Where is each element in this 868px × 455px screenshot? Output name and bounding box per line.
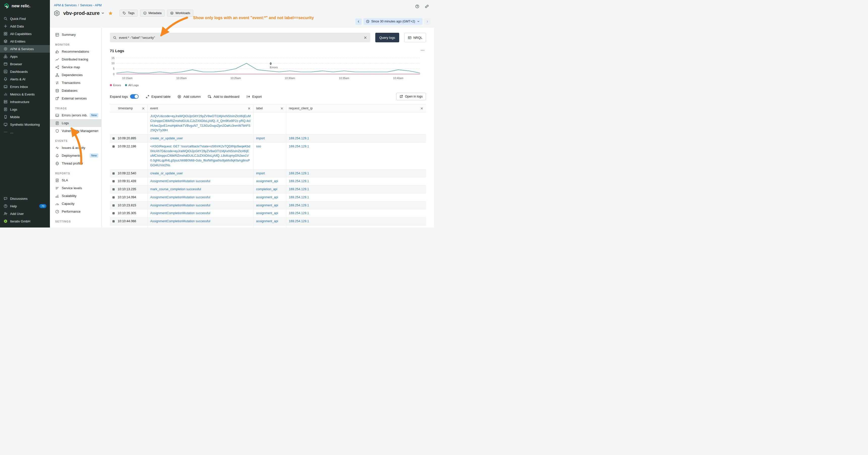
- label-link[interactable]: completion_api: [256, 187, 277, 192]
- log-row[interactable]: JUQVU&code=eyJraWQiOiJjcGltY29yZV8wOTl1M…: [110, 112, 426, 134]
- ip-link[interactable]: 169.254.129.1: [289, 179, 309, 184]
- copy-link-button[interactable]: [424, 3, 430, 9]
- log-row[interactable]: 10:10:23.815AssignmentCompletionMutation…: [110, 201, 426, 209]
- sidebar-item-discussions[interactable]: Discussions: [0, 195, 50, 202]
- sidebar-item-errors-errors-inb[interactable]: Errors (errors inb...New: [50, 111, 101, 119]
- export-button[interactable]: Export: [247, 95, 262, 98]
- breadcrumb-apm-services[interactable]: APM & Services: [54, 3, 76, 7]
- remove-column-icon[interactable]: [248, 107, 251, 110]
- event-link[interactable]: AssignmentCompletionMutation successful: [150, 195, 210, 200]
- event-link[interactable]: AssignmentCompletionMutation successful: [150, 219, 210, 224]
- sidebar-item-all-capabilities[interactable]: All Capabilities: [0, 30, 50, 37]
- row-expand-handle[interactable]: [113, 212, 115, 215]
- breadcrumb-services-apm[interactable]: Services - APM: [80, 3, 101, 7]
- sidebar-item-more[interactable]: …: [0, 128, 50, 136]
- more-options-button[interactable]: [421, 48, 426, 54]
- legend-errors[interactable]: Errors: [110, 84, 121, 87]
- event-link[interactable]: AssignmentCompletionMutation successful: [150, 211, 210, 216]
- label-link[interactable]: sso: [256, 144, 261, 149]
- event-link[interactable]: JUQVU&code=eyJraWQiOiJjcGltY29yZV8wOTl1M…: [150, 114, 251, 133]
- sidebar-item-all-entities[interactable]: All Entities: [0, 37, 50, 45]
- label-link[interactable]: completion_api: [256, 227, 277, 228]
- remove-column-icon[interactable]: [280, 107, 283, 110]
- row-expand-handle[interactable]: [113, 172, 115, 174]
- time-forward-button[interactable]: [424, 19, 431, 25]
- tags-button[interactable]: Tags: [120, 9, 137, 17]
- sidebar-item-logs[interactable]: Logs: [50, 119, 101, 127]
- row-expand-handle[interactable]: [113, 220, 115, 223]
- ip-link[interactable]: 169.254.129.1: [289, 195, 309, 200]
- log-row[interactable]: 10:09:31.439AssignmentCompletionMutation…: [110, 177, 426, 186]
- sidebar-item-issues-activity[interactable]: Issues & activity: [50, 144, 101, 152]
- label-link[interactable]: import: [256, 171, 265, 176]
- expand-table-button[interactable]: Expand table: [146, 95, 170, 98]
- nrql-button[interactable]: NRQL: [404, 33, 426, 42]
- sidebar-item-synthetic-monitoring[interactable]: Synthetic Monitoring: [0, 121, 50, 128]
- expand-logs-toggle[interactable]: [130, 94, 138, 99]
- sidebar-item-browser[interactable]: Browser: [0, 60, 50, 68]
- row-expand-handle[interactable]: [113, 137, 115, 139]
- sidebar-item-apps[interactable]: Apps: [0, 53, 50, 60]
- log-row[interactable]: 10:09:20.895create_or_update_userimport1…: [110, 134, 426, 142]
- sidebar-item-service-levels[interactable]: Service levels: [50, 184, 101, 192]
- sidebar-item-sla[interactable]: SLA: [50, 176, 101, 184]
- time-back-button[interactable]: [355, 19, 362, 25]
- event-link[interactable]: create_or_update_user: [150, 136, 183, 141]
- sidebar-item-help[interactable]: Help70: [0, 202, 50, 210]
- column-header-event[interactable]: event: [148, 104, 253, 112]
- sidebar-item-infrastructure[interactable]: Infrastructure: [0, 98, 50, 105]
- sidebar-item-distributed-tracing[interactable]: Distributed tracing: [50, 56, 101, 63]
- sidebar-item-service-map[interactable]: Service map: [50, 63, 101, 71]
- favorite-star-icon[interactable]: [108, 11, 113, 15]
- sidebar-item-logs[interactable]: Logs: [0, 105, 50, 113]
- column-header-label[interactable]: label: [253, 104, 286, 112]
- sidebar-item-transactions[interactable]: Transactions: [50, 79, 101, 87]
- entity-switcher-chevron-icon[interactable]: [101, 11, 104, 15]
- ip-link[interactable]: 169.254.129.1: [289, 171, 309, 176]
- sidebar-item-quick-find[interactable]: Quick Find: [0, 15, 50, 23]
- legend-all-logs[interactable]: All Logs: [125, 84, 138, 87]
- workloads-button[interactable]: Workloads: [167, 9, 193, 17]
- add-column-button[interactable]: Add column: [178, 95, 200, 98]
- clear-search-icon[interactable]: [364, 36, 367, 39]
- event-link[interactable]: AssignmentCompletionMutation successful: [150, 179, 210, 184]
- sidebar-item-summary[interactable]: Summary: [50, 31, 101, 38]
- sidebar-item-recommendations[interactable]: Recommendations: [50, 47, 101, 56]
- label-link[interactable]: assignment_api: [256, 179, 278, 184]
- sidebar-item-external-services[interactable]: External services: [50, 95, 101, 102]
- sidebar-item-add-data[interactable]: Add Data: [0, 23, 50, 30]
- label-link[interactable]: assignment_api: [256, 195, 278, 200]
- log-row[interactable]: 10:10:49.051mark_course_completion succe…: [110, 226, 426, 228]
- column-header-request-client-ip[interactable]: request_client_ip: [286, 104, 426, 112]
- sidebar-item-performance[interactable]: Performance: [50, 207, 101, 216]
- label-link[interactable]: assignment_api: [256, 203, 278, 208]
- sidebar-item-thread-profiler[interactable]: Thread profiler: [50, 160, 101, 167]
- sidebar-item-capacity[interactable]: Capacity: [50, 200, 101, 207]
- time-range-button[interactable]: Since 30 minutes ago (GMT+2): [364, 18, 423, 25]
- help-button[interactable]: [414, 3, 421, 9]
- row-expand-handle[interactable]: [113, 204, 115, 206]
- search-input[interactable]: [119, 36, 361, 39]
- sidebar-item-iterativ-gmbh[interactable]: Iterativ GmbH: [0, 218, 50, 225]
- newrelic-logo[interactable]: new relic.: [0, 0, 50, 12]
- sidebar-item-add-user[interactable]: Add User: [0, 210, 50, 218]
- sidebar-item-mobile[interactable]: Mobile: [0, 113, 50, 121]
- sidebar-item-dependencies[interactable]: Dependencies: [50, 71, 101, 79]
- event-link[interactable]: create_or_update_user: [150, 171, 183, 176]
- sidebar-item-metrics-events[interactable]: Metrics & Events: [0, 91, 50, 98]
- log-row[interactable]: 10:09:22.540create_or_update_userimport1…: [110, 169, 426, 177]
- ip-link[interactable]: 169.254.129.1: [289, 203, 309, 208]
- row-expand-handle[interactable]: [113, 196, 115, 198]
- sidebar-item-scalability[interactable]: Scalability: [50, 192, 101, 200]
- event-link[interactable]: mark_course_completion successful: [150, 187, 201, 192]
- label-link[interactable]: assignment_api: [256, 219, 278, 224]
- ip-link[interactable]: 169.254.129.1: [289, 219, 309, 224]
- ip-link[interactable]: 169.254.129.1: [289, 187, 309, 192]
- metadata-button[interactable]: Metadata: [140, 9, 164, 17]
- ip-link[interactable]: 169.254.129.1: [289, 227, 309, 228]
- open-in-logs-button[interactable]: Open in logs: [396, 93, 426, 100]
- column-header-timestamp[interactable]: timestamp: [110, 104, 148, 112]
- ip-link[interactable]: 169.254.129.1: [289, 136, 309, 141]
- row-expand-handle[interactable]: [113, 188, 115, 191]
- add-to-dashboard-button[interactable]: Add to dashboard: [208, 95, 240, 98]
